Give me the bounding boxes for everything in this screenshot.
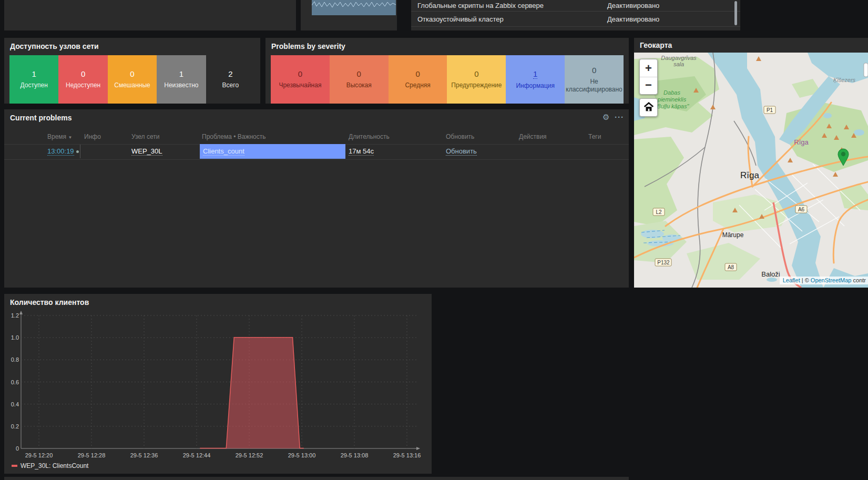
- road-badge-p1: P1: [767, 107, 773, 113]
- tile-count: 0: [474, 69, 478, 78]
- road-badge-a6: A6: [798, 207, 805, 212]
- problem-duration: 17м 54с: [349, 144, 374, 159]
- column-header-time[interactable]: Время ▼: [47, 133, 72, 140]
- tile-unavailable: 0 Недоступен: [58, 55, 107, 104]
- problems-by-severity-widget: Problems by severity 0 Чрезвычайная 0 Вы…: [265, 38, 629, 104]
- ellipsis-menu-icon[interactable]: ···: [615, 113, 624, 122]
- attribution-rest: contr: [851, 277, 866, 283]
- map-label-marupe: Mārupe: [722, 231, 744, 239]
- x-axis-arrow: [416, 447, 420, 450]
- scrollbar-thumb[interactable]: [734, 1, 737, 25]
- info-column-divider: [80, 145, 80, 158]
- tile-label: Доступен: [19, 81, 49, 89]
- problem-time-link[interactable]: 13:00:19: [47, 144, 74, 159]
- map-tiles: Daugavgrīvas sala Ķīšezers Dabas piemine…: [634, 53, 868, 288]
- y-axis-arrow: [19, 311, 23, 314]
- column-header-info: Инфо: [84, 133, 101, 140]
- tile-count: 1: [32, 69, 36, 78]
- map-label-riga-district: Rīga: [794, 138, 809, 146]
- tile-label: Предупреждение: [450, 81, 503, 89]
- tile-label: Не классифицировано: [565, 78, 624, 94]
- gear-icon[interactable]: ⚙: [603, 113, 609, 122]
- status-item-value: Деактивировано: [607, 2, 659, 9]
- tile-label: Чрезвычайная: [278, 81, 322, 89]
- zoom-in-button[interactable]: +: [640, 59, 657, 77]
- current-problems-widget: Current problems ⚙ ··· Время ▼ Инфо Узел…: [4, 109, 629, 288]
- update-link-label[interactable]: Обновить: [446, 147, 477, 156]
- tile-disaster: 0 Чрезвычайная: [271, 55, 330, 104]
- tile-mixed: 0 Смешанные: [108, 55, 157, 104]
- duration-value[interactable]: 17м 54с: [349, 147, 374, 156]
- tile-available: 1 Доступен: [9, 55, 58, 104]
- column-header-label: Время: [47, 133, 66, 140]
- osm-link[interactable]: OpenStreetMap: [811, 277, 852, 283]
- tile-label: Высокая: [345, 81, 373, 89]
- chart-legend[interactable]: WEP_30L: ClientsCount: [12, 462, 88, 469]
- home-icon: [643, 101, 655, 113]
- y-axis-tick-label: 1.2: [4, 312, 19, 319]
- road-badge-p132: P132: [657, 260, 670, 265]
- tile-count: 0: [415, 69, 420, 78]
- layers-control-partial[interactable]: [864, 63, 868, 77]
- tile-label: Информация: [515, 82, 555, 90]
- road-badge-a8: A8: [728, 264, 734, 270]
- column-header-tags: Теги: [588, 133, 601, 140]
- map-label-riga-city: Rīga: [740, 170, 759, 180]
- x-axis-tick-label: 29-5 13:08: [333, 452, 375, 458]
- zoom-out-button[interactable]: −: [640, 77, 657, 94]
- column-header-update: Обновить: [446, 133, 474, 140]
- tile-information: 1 Информация: [506, 55, 565, 104]
- problem-time[interactable]: 13:00:19: [47, 147, 74, 156]
- map-label-dabas: Dabas: [663, 89, 680, 96]
- tile-unknown: 1 Неизвестно: [157, 55, 206, 104]
- unack-dot-icon: [76, 150, 79, 153]
- legend-series-label: WEP_30L: ClientsCount: [21, 462, 88, 469]
- severity-tiles: 0 Чрезвычайная 0 Высокая 0 Средняя 0 Пре…: [271, 55, 624, 104]
- map-label-dabas-3: "Buļļu kāpas": [655, 103, 690, 109]
- host-name[interactable]: WEP_30L: [131, 147, 162, 156]
- tile-label: Недоступен: [65, 81, 101, 89]
- tile-total: 2 Всего: [206, 55, 255, 104]
- x-axis-tick-label: 29-5 12:20: [18, 452, 60, 458]
- x-axis-tick-label: 29-5 12:28: [70, 452, 113, 458]
- sparkline-graph[interactable]: [312, 0, 396, 15]
- problem-host-link[interactable]: WEP_30L: [131, 144, 162, 159]
- column-header-duration: Длительность: [349, 133, 390, 140]
- column-header-actions: Действия: [519, 133, 547, 140]
- map-label-kisezers: Ķīšezers: [833, 77, 856, 83]
- map-label-daugavgrivas: Daugavgrīvas: [661, 55, 697, 61]
- tile-count: 0: [130, 69, 134, 78]
- legend-color-swatch: [12, 465, 17, 467]
- tile-count: 0: [592, 66, 596, 75]
- y-axis-tick-label: 1.0: [4, 334, 19, 341]
- table-row: Глобальные скрипты на Zabbix сервере Деа…: [411, 0, 740, 12]
- chart-plot[interactable]: [4, 294, 432, 474]
- zoom-control: + −: [639, 59, 658, 95]
- map-attribution: Leaflet | © OpenStreetMap contr: [780, 277, 868, 284]
- status-item-name: Отказоустойчивый кластер: [417, 15, 504, 23]
- x-axis-tick-label: 29-5 12:36: [123, 452, 165, 458]
- map-canvas[interactable]: Daugavgrīvas sala Ķīšezers Dabas piemine…: [634, 53, 868, 288]
- chart-series: [200, 338, 304, 448]
- column-header-host: Узел сети: [131, 133, 159, 140]
- info-count-link[interactable]: 1: [533, 69, 537, 79]
- home-button[interactable]: [639, 98, 658, 117]
- tile-average: 0 Средняя: [389, 55, 447, 104]
- top-left-widget: [4, 0, 296, 30]
- leaflet-link[interactable]: Leaflet: [783, 277, 800, 283]
- y-axis-tick-label: 0.6: [4, 379, 19, 385]
- y-axis-tick-label: 0.8: [4, 356, 19, 363]
- y-axis-tick-label: 0.2: [4, 423, 19, 430]
- problem-severity-cell[interactable]: Clients_count: [200, 144, 345, 159]
- problem-name-link[interactable]: Clients_count: [203, 147, 244, 156]
- tile-count: 2: [228, 69, 232, 78]
- problem-update-link[interactable]: Обновить: [446, 144, 477, 159]
- bottom-widget-edge: [4, 477, 629, 480]
- x-axis-tick-label: 29-5 12:44: [176, 452, 218, 458]
- x-axis-tick-label: 29-5 13:16: [386, 452, 428, 458]
- map-label-dabas-2: piemineklis: [657, 96, 687, 103]
- attribution-separator: | ©: [800, 277, 811, 283]
- map-label-balozi: Baloži: [761, 270, 780, 278]
- map-label-daugavgrivas-2: sala: [673, 61, 684, 67]
- widget-title: Problems by severity: [271, 42, 345, 50]
